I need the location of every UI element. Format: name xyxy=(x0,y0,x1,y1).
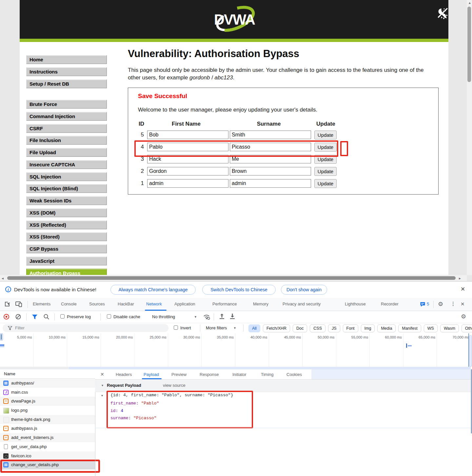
messages-icon[interactable] xyxy=(420,302,425,307)
update-button[interactable]: Update xyxy=(314,167,337,176)
detail-tab-cookies[interactable]: Cookies xyxy=(286,372,302,377)
match-language-button[interactable]: Always match Chrome's language xyxy=(110,285,196,295)
chip-all[interactable]: All xyxy=(248,324,260,332)
first-name-input[interactable] xyxy=(147,131,228,139)
chip-js[interactable]: JS xyxy=(328,324,340,332)
request-row-change-user-details-php[interactable]: change_user_details.php xyxy=(0,460,95,469)
export-har-icon[interactable] xyxy=(229,314,235,320)
throttling-select[interactable]: No throttling xyxy=(152,314,175,319)
detail-tab-timing[interactable]: Timing xyxy=(261,372,274,377)
tab-memory[interactable]: Memory xyxy=(253,301,268,306)
detail-tab-response[interactable]: Response xyxy=(200,372,219,377)
inspect-icon[interactable] xyxy=(4,301,10,307)
tab-performance[interactable]: Performance xyxy=(212,301,237,306)
sidebar-item-file-inclusion[interactable]: File Inclusion xyxy=(26,136,107,145)
chip-css[interactable]: CSS xyxy=(310,324,325,332)
chip-manifest[interactable]: Manifest xyxy=(398,324,421,332)
surname-input[interactable] xyxy=(230,167,311,176)
chip-other[interactable]: Other xyxy=(462,324,472,332)
tab-privacy-security[interactable]: Privacy and security xyxy=(283,301,321,306)
chip-ws[interactable]: WS xyxy=(424,324,438,332)
sidebar-item-xss-stored[interactable]: XSS (Stored) xyxy=(26,232,107,241)
sidebar-item-csp-bypass[interactable]: CSP Bypass xyxy=(26,244,107,253)
request-row-main-css[interactable]: main.css xyxy=(0,388,95,397)
throttling-caret-icon[interactable]: ▼ xyxy=(194,315,197,319)
collapse-triangle-icon[interactable]: ▾ xyxy=(102,383,103,387)
scroll-right-arrow[interactable]: ► xyxy=(458,277,462,280)
tab-console[interactable]: Console xyxy=(61,301,77,306)
import-har-icon[interactable] xyxy=(219,314,225,320)
sidebar-item-sql-injection-blind[interactable]: SQL Injection (Blind) xyxy=(26,184,107,193)
chip-doc[interactable]: Doc xyxy=(293,324,307,332)
clear-icon[interactable] xyxy=(15,314,21,320)
request-row-authbypass[interactable]: authbypass/ xyxy=(0,379,95,388)
sidebar-item-csrf[interactable]: CSRF xyxy=(26,124,107,133)
sidebar-item-sql-injection[interactable]: SQL Injection xyxy=(26,172,107,181)
payload-collapse-icon[interactable]: ▾ xyxy=(101,394,103,397)
devtools-close-icon[interactable]: ✕ xyxy=(461,301,465,307)
surname-input[interactable] xyxy=(230,179,311,188)
network-overview-timeline[interactable]: 5,000 ms 10,000 ms 15,000 ms 20,000 ms 2… xyxy=(0,333,472,369)
search-icon[interactable] xyxy=(44,314,49,320)
detail-tab-initiator[interactable]: Initiator xyxy=(232,372,246,377)
dont-show-again-button[interactable]: Don't show again xyxy=(281,285,327,295)
request-row-favicon-ico[interactable]: favicon.ico xyxy=(0,451,95,461)
device-toolbar-icon[interactable] xyxy=(15,301,22,307)
request-row-add-event-listeners-js[interactable]: ‹›add_event_listeners.js xyxy=(0,433,95,442)
chip-fetch-xhr[interactable]: Fetch/XHR xyxy=(263,324,290,332)
preserve-log-label[interactable]: Preserve log xyxy=(67,314,91,319)
horizontal-scroll-thumb[interactable] xyxy=(7,276,456,280)
sidebar-item-instructions[interactable]: Instructions xyxy=(26,67,107,76)
sidebar-item-brute-force[interactable]: Brute Force xyxy=(26,100,107,109)
sidebar-item-file-upload[interactable]: File Upload xyxy=(26,148,107,157)
notice-close-icon[interactable]: ✕ xyxy=(461,286,465,293)
surname-input[interactable] xyxy=(230,155,311,163)
update-button[interactable]: Update xyxy=(314,179,337,188)
tab-network[interactable]: Network xyxy=(146,301,162,306)
request-row-logo-png[interactable]: logo.png xyxy=(0,406,95,415)
sidebar-item-xss-dom[interactable]: XSS (DOM) xyxy=(26,208,107,217)
sidebar-item-authorisation-bypass[interactable]: Authorisation Bypass xyxy=(26,269,107,275)
disable-cache-label[interactable]: Disable cache xyxy=(113,314,140,319)
first-name-input[interactable] xyxy=(147,155,228,163)
request-row-dvwapage-js[interactable]: ‹›dvwaPage.js xyxy=(0,397,95,406)
requests-name-header[interactable]: Name xyxy=(0,369,95,379)
chip-font[interactable]: Font xyxy=(343,324,358,332)
more-filters-label[interactable]: More filters xyxy=(206,325,227,330)
sidebar-item-home[interactable]: Home xyxy=(26,55,107,64)
first-name-input[interactable] xyxy=(147,143,228,151)
record-icon[interactable] xyxy=(4,314,9,320)
scroll-left-arrow[interactable]: ◄ xyxy=(1,277,4,280)
tab-application[interactable]: Application xyxy=(174,301,195,306)
switch-chinese-button[interactable]: Switch DevTools to Chinese xyxy=(202,285,276,295)
request-row-authbypass-js[interactable]: ‹›authbypass.js xyxy=(0,424,95,433)
surname-input[interactable] xyxy=(230,131,311,139)
tab-recorder[interactable]: Recorder xyxy=(381,301,398,306)
chip-media[interactable]: Media xyxy=(377,324,396,332)
first-name-input[interactable] xyxy=(147,167,228,176)
sidebar-item-weak-session-ids[interactable]: Weak Session IDs xyxy=(26,196,107,205)
tab-lighthouse[interactable]: Lighthouse xyxy=(345,301,366,306)
vertical-scroll-thumb[interactable] xyxy=(467,7,471,82)
network-settings-gear-icon[interactable]: ⚙ xyxy=(461,313,466,320)
settings-gear-icon[interactable]: ⚙ xyxy=(438,300,443,308)
update-button[interactable]: Update xyxy=(314,143,337,152)
tab-elements[interactable]: Elements xyxy=(33,301,50,306)
more-filters-caret-icon[interactable]: ▼ xyxy=(233,326,236,330)
sidebar-item-command-injection[interactable]: Command Injection xyxy=(26,112,107,121)
invert-label[interactable]: Invert xyxy=(180,325,191,330)
first-name-input[interactable] xyxy=(147,179,228,188)
page-horizontal-scrollbar[interactable]: ◄ ► xyxy=(0,275,467,281)
chip-img[interactable]: Img xyxy=(361,324,375,332)
scroll-up-arrow[interactable]: ▲ xyxy=(468,1,471,5)
page-vertical-scrollbar[interactable]: ▲ xyxy=(467,0,472,275)
sidebar-item-javascript[interactable]: JavaScript xyxy=(26,257,107,265)
update-button[interactable]: Update xyxy=(314,131,337,139)
detail-close-icon[interactable]: ✕ xyxy=(100,372,104,377)
view-source-link[interactable]: view source xyxy=(163,383,186,388)
detail-tab-headers[interactable]: Headers xyxy=(116,372,132,377)
invert-checkbox[interactable] xyxy=(174,325,178,330)
tab-hackbar[interactable]: HackBar xyxy=(118,301,134,306)
disable-cache-checkbox[interactable] xyxy=(107,314,111,319)
filter-icon[interactable] xyxy=(32,315,37,319)
